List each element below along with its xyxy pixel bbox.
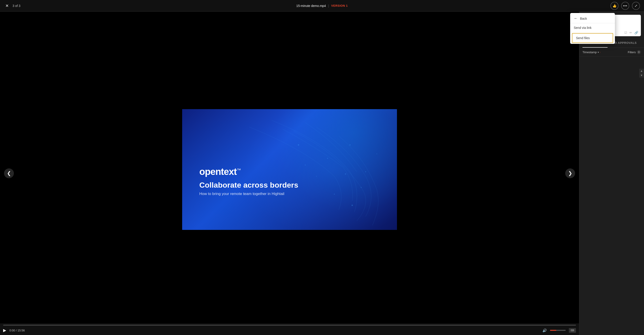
sort-label: Timestamp <box>582 50 597 54</box>
dropdown-back-button[interactable]: ← <box>574 16 578 21</box>
pencil-icon[interactable]: ✏ <box>630 31 632 34</box>
filters-count-badge: 0 <box>637 50 641 54</box>
file-counter: 3 of 3 <box>12 4 20 7</box>
scroll-down-button[interactable]: ▼ <box>639 73 644 78</box>
video-logo: opentext™ <box>200 166 298 177</box>
volume-button[interactable]: 🔊 <box>542 328 547 333</box>
dropdown-header: ← Back <box>570 13 615 23</box>
send-files-button[interactable]: Send files <box>572 33 613 43</box>
sort-filter-row: Timestamp ▾ ↓ Filters 0 <box>579 48 644 56</box>
scroll-up-button[interactable]: ▲ <box>639 69 644 73</box>
video-area: ❮ ❯ <box>0 12 579 335</box>
video-frame[interactable]: opentext™ Collaborate across borders How… <box>182 109 397 230</box>
thumbs-up-button[interactable]: 👍 <box>610 2 618 10</box>
timestamp-sort-button[interactable]: Timestamp ▾ ↓ <box>582 50 600 54</box>
video-text-overlay: opentext™ Collaborate across borders How… <box>200 166 298 196</box>
video-controls: ▶ 0:00 / 15:56 🔊 ⌨ <box>0 323 579 335</box>
title-separator: | <box>328 4 329 7</box>
chevron-right-icon: ❯ <box>568 170 572 176</box>
right-sidebar: 🕐 0:00 ☑ ✏ 🔗 0 COMMENTS NO APPROVALS Tim… <box>579 12 644 335</box>
svg-point-2 <box>345 174 346 175</box>
fullscreen-button[interactable]: ⤢ <box>632 2 640 10</box>
more-options-button[interactable]: ••• <box>621 2 629 10</box>
time-display: 0:00 / 15:56 <box>10 329 25 332</box>
filters-label: Filters <box>628 50 636 54</box>
video-frame-wrapper: opentext™ Collaborate across borders How… <box>0 12 579 323</box>
version-badge: VERSION 1 <box>331 4 348 7</box>
link-icon[interactable]: 🔗 <box>634 31 638 34</box>
prev-arrow-button[interactable]: ❮ <box>4 168 14 178</box>
svg-point-10 <box>350 144 351 146</box>
dropdown-menu: ← Back Send via link Send files <box>570 13 615 44</box>
volume-slider[interactable] <box>550 330 566 331</box>
top-bar-right: 👍 ••• ⤢ <box>610 2 640 10</box>
fullscreen-icon: ⤢ <box>634 4 638 8</box>
checklist-icon[interactable]: ☑ <box>624 31 627 34</box>
svg-point-3 <box>361 187 362 188</box>
svg-point-9 <box>376 154 377 154</box>
thumbs-up-icon: 👍 <box>612 4 617 8</box>
dropdown-back-label: Back <box>580 17 587 20</box>
top-bar-center: 15-minute demo.mp4 | VERSION 1 <box>296 4 348 7</box>
svg-point-7 <box>305 165 306 165</box>
sidebar-scroll-controls: ▲ ▼ <box>639 69 644 78</box>
play-icon: ▶ <box>3 328 6 333</box>
more-icon: ••• <box>623 4 628 7</box>
top-bar: ✕ 3 of 3 15-minute demo.mp4 | VERSION 1 … <box>0 0 644 12</box>
play-button[interactable]: ▶ <box>3 328 6 333</box>
duration: 15:56 <box>18 329 25 332</box>
svg-point-6 <box>316 176 317 177</box>
svg-point-0 <box>298 144 299 146</box>
filters-button[interactable]: Filters 0 <box>628 50 641 54</box>
svg-point-8 <box>365 171 366 172</box>
chevron-down-icon: ▾ <box>598 51 599 53</box>
main-content: ❮ ❯ <box>0 12 644 335</box>
svg-point-4 <box>352 205 353 206</box>
close-button[interactable]: ✕ <box>4 3 10 9</box>
chevron-left-icon: ❮ <box>7 170 11 176</box>
controls-row: ▶ 0:00 / 15:56 🔊 ⌨ <box>3 328 576 333</box>
current-time: 0:00 <box>10 329 15 332</box>
keyboard-icon: ⌨ <box>570 329 574 332</box>
video-subtitle: How to bring your remote team together i… <box>200 192 298 196</box>
video-background: opentext™ Collaborate across borders How… <box>182 109 397 230</box>
video-title: Collaborate across borders <box>200 181 298 189</box>
svg-point-5 <box>334 194 335 195</box>
progress-bar[interactable] <box>3 325 576 326</box>
file-name: 15-minute demo.mp4 <box>296 4 326 7</box>
comments-empty-area <box>579 56 644 335</box>
top-bar-left: ✕ 3 of 3 <box>4 3 20 9</box>
next-arrow-button[interactable]: ❯ <box>565 168 575 178</box>
sort-direction-arrows: ↓ <box>600 51 601 53</box>
sort-arrow-down-icon: ↓ <box>600 51 601 53</box>
back-arrow-icon: ← <box>574 16 578 21</box>
send-via-link-button[interactable]: Send via link <box>570 23 615 32</box>
svg-point-1 <box>327 158 328 159</box>
volume-bar-fill <box>550 330 556 331</box>
keyboard-shortcuts-button[interactable]: ⌨ <box>569 328 576 333</box>
